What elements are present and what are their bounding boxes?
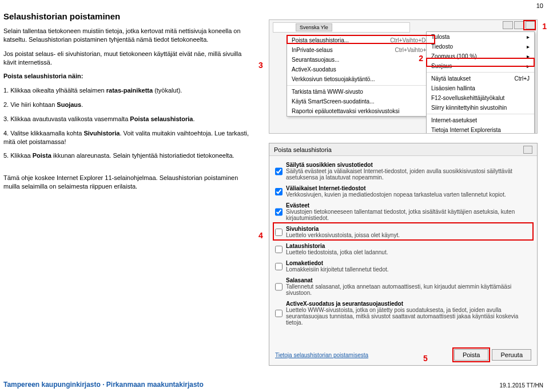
page-number: 10: [536, 2, 543, 9]
screenshots: Svenska Yle Poista selaushistoria...Ctrl…: [269, 19, 538, 366]
highlight-menu-row-delete-history: [287, 35, 435, 44]
dialog-buttons: Poista Peruuta: [454, 349, 531, 361]
tools-downloads[interactable]: Näytä latauksetCtrl+J: [427, 74, 534, 83]
cancel-button[interactable]: Peruuta: [492, 349, 531, 361]
tools-internet-options[interactable]: Internet-asetukset: [427, 115, 534, 125]
instruction-text: Selaushistorian poistaminen Selain talle…: [3, 11, 255, 197]
option-keep-favorites[interactable]: Säilytä suosikkien sivustotiedotSäilytä …: [275, 159, 531, 183]
menu-item-check-site[interactable]: Tarkista tämä WWW-sivusto: [287, 87, 435, 97]
menu-separator: [287, 85, 435, 86]
checkbox[interactable]: [275, 162, 283, 181]
minimize-icon[interactable]: [503, 21, 513, 29]
link-about-delete-history[interactable]: Tietoja selaushistorian poistamisesta: [275, 352, 368, 358]
checkbox[interactable]: [275, 261, 283, 273]
checkbox[interactable]: [275, 243, 283, 255]
intro-2: Jos poistat selaus- eli sivuhistorian, m…: [3, 50, 255, 67]
tools-menu: Tulosta▸ Tiedosto▸ Zoomaus (100 %)▸ Suoj…: [426, 31, 535, 134]
screenshot-1-ie-window: Svenska Yle Poista selaushistoria...Ctrl…: [269, 19, 538, 134]
callout-5: 5: [423, 354, 428, 363]
tools-about[interactable]: Tietoja Internet Explorerista: [427, 125, 534, 134]
option-form-data[interactable]: LomaketiedotLomakkeisiin kirjoitetut tal…: [275, 258, 531, 275]
dialog-title: Poista selaushistoria: [274, 146, 332, 153]
tools-file[interactable]: Tiedosto▸: [427, 42, 534, 51]
footer-date: 19.1.2015 TT/HN: [499, 382, 543, 389]
option-passwords[interactable]: SalasanatTallennetut salasanat, jotka an…: [275, 275, 531, 298]
address-bar[interactable]: [273, 22, 410, 33]
highlight-option-history: [273, 222, 534, 241]
callout-4: 4: [258, 231, 263, 240]
dialog-footer: Tietoja selaushistorian poistamisesta Po…: [275, 349, 531, 361]
callout-1: 1: [542, 22, 547, 31]
option-history[interactable]: SivuhistoriaLuettelo verkkosivustoista, …: [275, 223, 531, 241]
browser-tab[interactable]: Svenska Yle: [296, 23, 332, 31]
page-footer: Tampereen kaupunginkirjasto · Pirkanmaan…: [3, 381, 543, 389]
tools-f12[interactable]: F12-sovelluskehittäjätyökalut: [427, 93, 534, 103]
close-icon[interactable]: [523, 146, 532, 154]
menu-item-inprivate[interactable]: InPrivate-selausCtrl+Vaihto+P: [287, 45, 435, 55]
step-5: 5. Klikkaa Poista ikkunan alareunasta. S…: [3, 151, 255, 160]
highlight-delete-button: [452, 347, 491, 362]
tools-pinned[interactable]: Siirry kiinnitettyihin sivustoihin: [427, 103, 534, 113]
step-3: 3. Klikkaa avautuvasta valikosta vasemma…: [3, 115, 255, 123]
checkbox[interactable]: [275, 186, 283, 198]
note: Tämä ohje koskee Internet Explorer 11-se…: [3, 174, 255, 191]
gear-icon-highlight: [523, 20, 536, 30]
option-download-history[interactable]: LataushistoriaLuettelo tiedostoista, jot…: [275, 241, 531, 258]
page: 10 Selaushistorian poistaminen Selain ta…: [0, 0, 549, 392]
option-temp-files[interactable]: Väliaikaiset Internet-tiedostotVerkkosiv…: [275, 183, 531, 200]
menu-item-smartscreen[interactable]: Käytä SmartScreen-suodatinta...: [287, 97, 435, 106]
checkbox[interactable]: [275, 301, 283, 326]
callout-2: 2: [419, 54, 423, 63]
safety-submenu: Poista selaushistoria...Ctrl+Vaihto+Del …: [287, 35, 435, 117]
step-1: 1. Klikkaa oikealta ylhäältä selaimen ra…: [3, 86, 255, 95]
step-4: 4. Valitse klikkaamalla kohta Sivuhistor…: [3, 129, 255, 146]
option-cookies[interactable]: EvästeetSivustojen tietokoneeseen tallen…: [275, 200, 531, 223]
dialog-titlebar: Poista selaushistoria: [269, 143, 537, 156]
menu-separator: [427, 114, 534, 114]
doc-title: Selaushistorian poistaminen: [3, 11, 255, 21]
step-2: 2. Vie hiiri kohtaan Suojaus.: [3, 101, 255, 109]
highlight-menu-row-suojaus: [426, 58, 535, 67]
menu-item-activex[interactable]: ActiveX-suodatus: [287, 65, 435, 74]
menu-item-privacy-policy[interactable]: Verkkosivun tietosuojakäytäntö...: [287, 74, 435, 84]
menu-item-report[interactable]: Raportoi epäluotettavaksi verkkosivustok…: [287, 106, 435, 116]
screenshot-2-delete-dialog: Poista selaushistoria Säilytä suosikkien…: [269, 143, 538, 366]
menu-separator: [427, 72, 534, 73]
tools-addons[interactable]: Lisäosien hallinta: [427, 83, 534, 93]
tools-print[interactable]: Tulosta▸: [427, 32, 534, 42]
dialog-body: Säilytä suosikkien sivustotiedotSäilytä …: [269, 156, 537, 328]
library-logo-text: Tampereen kaupunginkirjasto · Pirkanmaan…: [3, 381, 204, 389]
callout-3: 3: [258, 61, 263, 70]
menu-item-tracking[interactable]: Seurantasuojaus...: [287, 55, 435, 65]
checkbox[interactable]: [275, 203, 283, 221]
intro-1: Selain tallentaa tietokoneen muistiin ti…: [3, 27, 255, 44]
subheading: Poista selaushistoria näin:: [3, 72, 255, 81]
option-activex-tracking[interactable]: ActiveX-suodatus ja seurantasuojaustiedo…: [275, 298, 531, 328]
checkbox[interactable]: [275, 278, 283, 296]
